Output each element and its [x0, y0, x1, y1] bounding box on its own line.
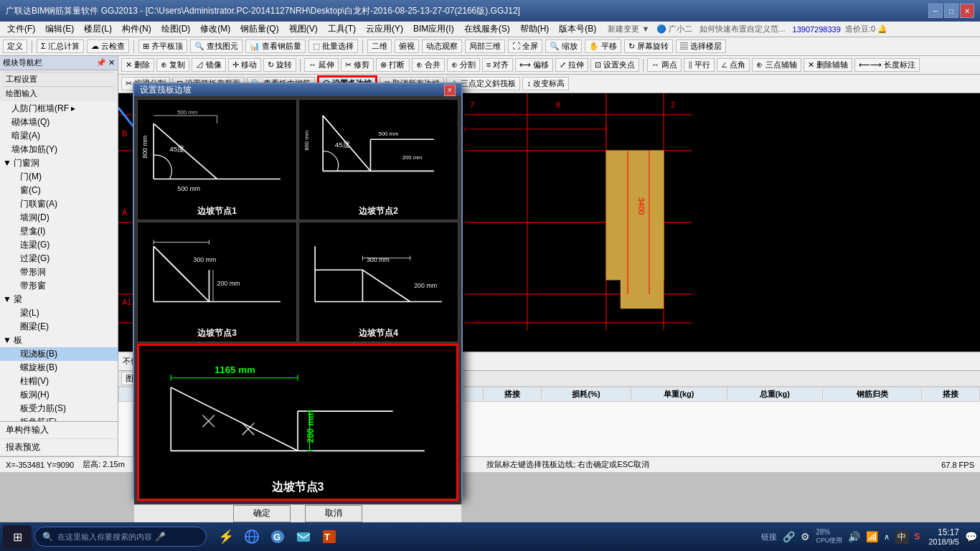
tb-dynamic-view[interactable]: 动态观察 — [422, 39, 462, 53]
dialog-cancel-btn[interactable]: 取消 — [305, 505, 362, 522]
tree-slabs[interactable]: ▼ 板 — [0, 334, 118, 347]
tb-change-elevation[interactable]: ↕ 改变标高 — [522, 77, 569, 90]
tb-batch-select[interactable]: ⬚ 批量选择 — [308, 39, 358, 53]
section-draw-input[interactable]: 绘图输入 — [3, 86, 115, 100]
slope-dialog[interactable]: 设置筏板边坡 × 45度 — [133, 83, 463, 499]
section-project-settings[interactable]: 工程设置 — [3, 72, 115, 86]
taskbar-icon-g[interactable]: G — [267, 526, 288, 547]
taskbar-icon-mail[interactable] — [293, 526, 314, 547]
tree-rfwall[interactable]: 人防门框墙(RF ▸ — [0, 102, 118, 116]
tree-beam-l[interactable]: 梁(L) — [0, 306, 118, 320]
ime-s-label[interactable]: S — [914, 532, 920, 542]
tb-2d[interactable]: 二维 — [367, 39, 392, 53]
tb-break[interactable]: ⊗ 打断 — [376, 58, 409, 72]
dialog-confirm-btn[interactable]: 确定 — [233, 505, 291, 522]
tb-align[interactable]: ≡ 对齐 — [482, 58, 513, 72]
tb-three-axis[interactable]: ⊕ 三点辅轴 — [752, 58, 801, 72]
tb-rotate2[interactable]: ↻ 旋转 — [263, 58, 296, 72]
tb-offset[interactable]: ⟷ 偏移 — [515, 58, 553, 72]
tree-column-cap[interactable]: 柱帽(V) — [0, 375, 118, 388]
tree-spiral-slab[interactable]: 螺旋板(B) — [0, 361, 118, 375]
report-preview[interactable]: 报表预览 — [0, 439, 118, 456]
menu-cloud[interactable]: 云应用(Y) — [362, 22, 407, 37]
tb-view-rebar[interactable]: 📊 查看钢筋量 — [245, 39, 306, 53]
single-comp-input[interactable]: 单构件输入 — [0, 422, 118, 439]
tb-rotate[interactable]: ↻ 屏幕旋转 — [624, 39, 673, 53]
tree-window[interactable]: 窗(C) — [0, 184, 118, 197]
tb-extend[interactable]: ↔ 延伸 — [304, 58, 339, 72]
menu-rebar[interactable]: 钢筋量(Q) — [236, 22, 283, 37]
tree-ring-beam[interactable]: 圈梁(E) — [0, 320, 118, 334]
menu-file[interactable]: 文件(F) — [3, 22, 39, 37]
menu-tools[interactable]: 工具(T) — [324, 22, 360, 37]
taskbar-icon-arrow[interactable]: ∧ — [884, 532, 890, 542]
tree-neg-rebar[interactable]: 板负筋(F) — [0, 415, 118, 421]
tree-wall-rebar[interactable]: 墙体加筋(Y) — [0, 143, 118, 156]
menu-help[interactable]: 帮助(H) — [516, 22, 554, 37]
menu-floor[interactable]: 楼层(L) — [80, 22, 116, 37]
ime-label[interactable]: 中 — [895, 530, 908, 544]
taskbar-icon-notif[interactable]: 💬 — [965, 531, 977, 542]
tb-local-3d[interactable]: 局部三维 — [465, 39, 505, 53]
tree-coupling-beam[interactable]: 连梁(G) — [0, 238, 118, 252]
dialog-close-btn[interactable]: × — [444, 85, 456, 96]
tree-slab-rebar[interactable]: 板受力筋(S) — [0, 402, 118, 415]
taskbar-search-box[interactable]: 🔍 在这里输入你要搜索的内容 🎤 — [34, 527, 207, 547]
tree-slab-opening[interactable]: 板洞(H) — [0, 388, 118, 402]
tree-masonry-wall[interactable]: 砌体墙(Q) — [0, 116, 118, 129]
tb-del-axis[interactable]: ✕ 删除辅轴 — [804, 58, 852, 72]
menu-draw[interactable]: 绘图(D) — [157, 22, 195, 37]
slope-panel-4[interactable]: 300 mm 200 mm 边坡节点4 — [298, 222, 458, 343]
tb-level-top[interactable]: ⊞ 齐平板顶 — [138, 39, 187, 53]
tb-find-elem[interactable]: 🔍 查找图元 — [190, 39, 242, 53]
maximize-btn[interactable]: □ — [944, 4, 958, 18]
menu-modify[interactable]: 修改(M) — [196, 22, 235, 37]
menu-view[interactable]: 视图(V) — [285, 22, 322, 37]
tree-hidden-beam[interactable]: 暗梁(A) — [0, 129, 118, 143]
tree-over-beam[interactable]: 过梁(G) — [0, 252, 118, 265]
minimize-btn[interactable]: ─ — [928, 4, 943, 18]
tree-door[interactable]: 门(M) — [0, 170, 118, 184]
tb-move[interactable]: ✛ 移动 — [228, 58, 261, 72]
tree-niche[interactable]: 壁龛(I) — [0, 225, 118, 238]
tree-door-window[interactable]: 门联窗(A) — [0, 197, 118, 211]
tb-merge[interactable]: ⊕ 合并 — [412, 58, 445, 72]
slope-panel-3[interactable]: 300 mm 200 mm 边坡节点3 — [137, 222, 297, 343]
taskbar-icon-app[interactable]: T — [319, 526, 340, 547]
taskbar-icon-browser[interactable] — [241, 526, 263, 547]
tb-pan[interactable]: ✋ 平移 — [585, 39, 621, 53]
tb-fullscreen[interactable]: ⛶ 全屏 — [508, 39, 542, 53]
slope-panel-2[interactable]: 45度 500 mm 800 mm 200 mm 边坡节点2 — [298, 99, 458, 220]
menu-online[interactable]: 在线服务(S) — [460, 22, 514, 37]
sidebar-pin[interactable]: 📌 ✕ — [96, 58, 115, 67]
tb-copy[interactable]: ⊕ 复制 — [156, 58, 189, 72]
tree-wall-opening[interactable]: 墙洞(D) — [0, 211, 118, 225]
tb-select-floor[interactable]: ▤ 选择楼层 — [676, 39, 726, 53]
close-btn[interactable]: ✕ — [960, 4, 974, 18]
tb-trim[interactable]: ✂ 修剪 — [341, 58, 374, 72]
menu-version[interactable]: 版本号(B) — [555, 22, 600, 37]
tree-cast-slab[interactable]: 现浇板(B) — [0, 347, 118, 361]
taskbar-icon-net[interactable]: 📶 — [866, 531, 878, 542]
tb-top-view[interactable]: 俯视 — [395, 39, 419, 53]
tb-calc[interactable]: Σ 汇总计算 — [37, 39, 84, 53]
tb-delete[interactable]: ✕ 删除 — [121, 58, 154, 72]
tb-define[interactable]: 定义 — [3, 39, 27, 53]
menu-edit[interactable]: 编辑(E) — [41, 22, 78, 37]
tree-openings[interactable]: ▼ 门窗洞 — [0, 156, 118, 170]
taskbar-icon-vol[interactable]: 🔊 — [848, 531, 860, 542]
tree-strip-window[interactable]: 带形窗 — [0, 279, 118, 293]
tb-stretch[interactable]: ⤢ 拉伸 — [555, 58, 588, 72]
slope-panel-1[interactable]: 45度 500 mm 800 mm 500 mm 边坡节点1 — [137, 99, 297, 220]
menu-bim[interactable]: BIM应用(I) — [409, 22, 458, 37]
tree-beams[interactable]: ▼ 梁 — [0, 293, 118, 306]
tb-grip[interactable]: ⊡ 设置夹点 — [590, 58, 639, 72]
tb-zoom[interactable]: 🔍 缩放 — [545, 39, 582, 53]
tb-length-dim[interactable]: ⟵⟶ 长度标注 — [854, 58, 920, 72]
tb-two-point[interactable]: ↔ 两点 — [647, 58, 682, 72]
start-button[interactable]: ⊞ — [3, 525, 32, 548]
tb-split[interactable]: ⊕ 分割 — [447, 58, 480, 72]
slope-panel-5-selected[interactable]: 1165 mm 200 mm 边坡节点3 — [137, 344, 458, 501]
tb-parallel[interactable]: ∥ 平行 — [684, 58, 715, 72]
tree-strip-opening[interactable]: 带形洞 — [0, 265, 118, 279]
